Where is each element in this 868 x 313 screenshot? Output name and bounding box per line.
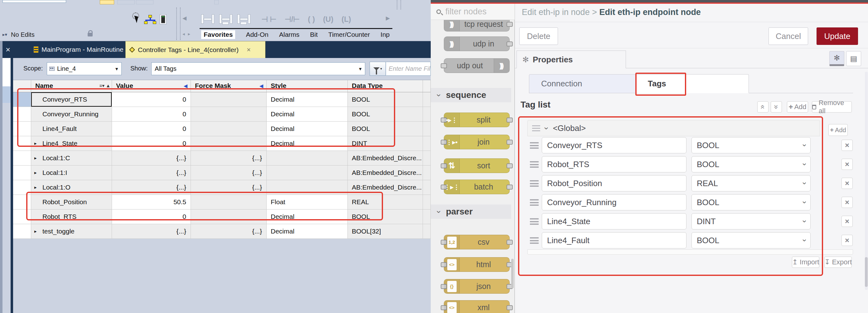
row-selector[interactable] [13,224,31,239]
cell-value[interactable]: 0 [112,136,191,151]
tab-connection[interactable]: Connection [529,74,636,93]
palette-node-csv[interactable]: 1,2csv [444,235,509,249]
remove-tag-button[interactable]: × [841,197,853,208]
table-row[interactable]: ▸Line4_State0DecimalDINT [13,136,431,151]
table-row[interactable]: Robot_Position50.5FloatREAL [13,195,431,210]
cell-force-mask[interactable] [191,195,267,210]
cell-force-mask[interactable] [191,92,267,107]
cell-value[interactable]: {...} [112,224,191,239]
select-cursor-icon[interactable] [133,14,144,24]
palette-node-tcp-request[interactable]: )))tcp request [444,20,509,31]
palette-category-parser[interactable]: ›parser [431,205,511,219]
filter-arrow-icon[interactable]: ◀ [259,83,263,89]
palette-search[interactable]: filter nodes [431,4,515,20]
cell-data-type[interactable]: BOOL [348,210,423,224]
cell-data-type[interactable]: BOOL [348,107,423,122]
remove-tag-button[interactable]: × [841,216,853,227]
palette-tab-favorites[interactable]: Favorites [201,30,235,39]
remove-tag-button[interactable]: × [841,140,853,151]
cell-name[interactable]: Line4_Fault [31,122,112,136]
toolbar-button[interactable] [117,0,135,4]
pane-divider[interactable] [10,41,13,313]
close-tab-icon[interactable]: × [247,46,251,54]
row-selector[interactable] [13,180,31,195]
delete-button[interactable]: Delete [519,27,558,45]
cell-name[interactable]: Conveyor_Running [31,107,112,122]
cell-data-type[interactable]: BOOL [348,122,423,136]
cell-data-type[interactable]: AB:Embedded_Discre... [348,151,423,165]
remove-tag-button[interactable]: × [841,178,853,189]
name-filter-input[interactable]: Enter Name Filt [386,62,431,76]
row-selector[interactable] [13,107,31,122]
breadcrumb-parent[interactable]: Edit eth-ip in node [522,7,590,17]
branch-level-icon[interactable] [237,14,250,24]
expand-icon[interactable]: ▸ [34,185,37,190]
tab-properties[interactable]: ✻ Properties [517,51,626,68]
cell-style[interactable]: Decimal [267,92,348,107]
column-header-name[interactable]: Name≡▾ ▲ [31,80,112,92]
scope-select[interactable]: Line_4 ▼ [47,62,122,75]
cell-style[interactable] [267,180,348,195]
palette-scrollbar[interactable] [511,259,514,288]
toolbar-button[interactable] [214,0,219,4]
close-pane-icon[interactable]: × [6,45,10,55]
remove-tag-button[interactable]: × [841,159,853,170]
table-row[interactable]: Conveyor_RTS0DecimalBOOL [13,92,431,107]
filter-button[interactable]: ▾ [370,62,386,76]
cell-name[interactable]: Robot_Position [31,195,112,210]
cell-name[interactable]: ▸Local:1:I [31,165,112,180]
row-selector[interactable] [13,136,31,151]
tag-type-select[interactable]: BOOL› [691,137,811,153]
column-header-data-type[interactable]: Data Type [348,80,423,92]
tab-mainprogram[interactable]: MainProgram - MainRoutine [30,41,128,58]
cell-force-mask[interactable]: {...} [191,151,267,165]
table-row[interactable]: Robot_RTS0DecimalBOOL [13,210,431,224]
cell-value[interactable]: {...} [112,151,191,165]
tab-tags[interactable]: Tags [636,74,749,93]
cell-name[interactable]: ▸Line4_State [31,136,112,151]
filter-arrow-icon[interactable]: ◀ [184,83,187,89]
sort-icon[interactable]: ≡▾ ▲ [99,83,111,89]
column-header-value[interactable]: Value◀ [112,80,191,92]
branch-icon[interactable] [219,14,232,24]
cell-force-mask[interactable]: {...} [191,224,267,239]
expand-icon[interactable]: ▸ [34,170,37,176]
palette-tab-scroll-icons[interactable]: ◂▸ [182,31,193,37]
palette-tab-add-on[interactable]: Add-On [246,31,268,38]
tag-name-input[interactable]: Line4_State [542,213,686,229]
contact-nc-icon[interactable]: ⊣/⊢ [284,15,300,24]
palette-node-batch[interactable]: ⋮▸⋮batch [444,180,509,194]
tag-group-header[interactable]: › <Global> [527,120,820,136]
column-header-force-mask[interactable]: Force Mask◀ [191,80,267,92]
palette-tab-inp[interactable]: Inp [380,31,390,38]
cell-style[interactable]: Decimal [267,136,348,151]
cell-force-mask[interactable] [191,136,267,151]
table-row[interactable]: ▸Local:1:O{...}{...}AB:Embedded_Discre..… [13,180,431,195]
palette-node-json[interactable]: {}json [444,279,509,294]
cell-name[interactable]: ▸Local:1:C [31,151,112,165]
update-button[interactable]: Update [816,27,858,45]
remove-all-button[interactable]: Remove all [812,101,852,113]
toolbar-button[interactable] [136,0,153,4]
expand-icon[interactable]: ▸ [34,228,37,234]
row-selector[interactable] [13,92,31,107]
row-selector[interactable] [13,122,31,136]
palette-node-split[interactable]: ▪▸⋮split [444,113,509,127]
drag-handle-icon[interactable] [530,142,539,149]
palette-node-udp-in[interactable]: )))udp in [444,36,509,51]
cell-data-type[interactable]: AB:Embedded_Discre... [348,165,423,180]
tag-name-input[interactable]: Line4_Fault [542,232,686,248]
cell-value[interactable]: {...} [112,165,191,180]
cell-force-mask[interactable] [191,122,267,136]
cell-value[interactable]: 0 [112,210,191,224]
network-browse-icon[interactable] [144,15,157,24]
table-row[interactable]: Conveyor_Running0DecimalBOOL [13,107,431,122]
toolbar-highlighted-button[interactable] [100,0,114,4]
cell-style[interactable]: Decimal [267,122,348,136]
palette-scroll-left-icon[interactable]: ◀ [182,15,187,22]
cell-data-type[interactable]: BOOL[32] [348,224,423,239]
chevron-down-icon[interactable]: › [542,127,551,130]
controller-status-icon[interactable] [160,14,166,24]
tag-name-input[interactable]: Robot_Position [542,175,686,191]
toolbar-combo-fragment[interactable] [2,0,66,3]
